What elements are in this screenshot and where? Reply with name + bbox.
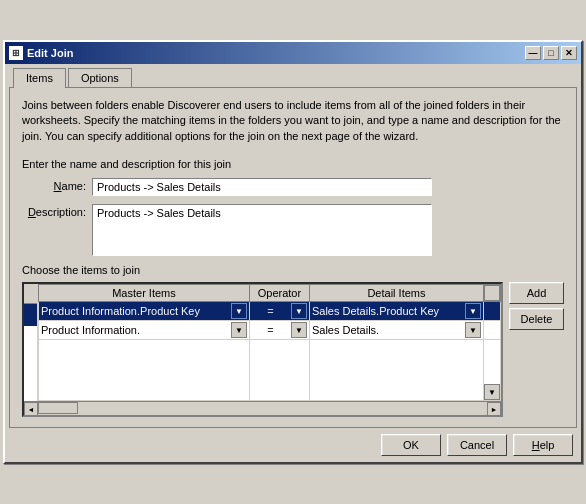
detail-dropdown-btn[interactable]: ▼	[465, 303, 481, 319]
detail-item-value: Sales Details.Product Key	[312, 305, 463, 317]
operator-cell: = ▼	[249, 302, 309, 321]
master-item-value-2: Product Information.	[41, 324, 229, 336]
maximize-button[interactable]: □	[543, 46, 559, 60]
cancel-button[interactable]: Cancel	[447, 434, 507, 456]
detail-item-cell-2: Sales Details. ▼	[309, 321, 483, 340]
tab-bar: Items Options	[5, 64, 581, 87]
help-button[interactable]: Help	[513, 434, 573, 456]
operator-value-2: =	[252, 324, 289, 336]
table-scrollbar-header	[484, 285, 501, 302]
window-icon: ⊞	[9, 46, 23, 60]
name-label: Name:	[22, 178, 92, 192]
master-item-value: Product Information.Product Key	[41, 305, 229, 317]
tab-items[interactable]: Items	[13, 68, 66, 88]
master-dropdown-btn[interactable]: ▼	[231, 303, 247, 319]
join-table-container: Master Items Operator Detail Items	[22, 282, 564, 417]
description-text: Joins between folders enable Discoverer …	[22, 98, 564, 144]
tab-options-label: Options	[81, 72, 119, 84]
window-title: Edit Join	[27, 47, 73, 59]
ok-button[interactable]: OK	[381, 434, 441, 456]
horizontal-scrollbar: ◄ ►	[24, 401, 501, 415]
col-operator: Operator	[249, 285, 309, 302]
join-table: Master Items Operator Detail Items	[38, 284, 501, 401]
description-row: Description: Products -> Sales Details	[22, 204, 564, 256]
description-input[interactable]: Products -> Sales Details	[92, 204, 432, 256]
detail-item-cell: Sales Details.Product Key ▼	[309, 302, 483, 321]
table-empty-row: ▼	[39, 340, 501, 401]
edit-join-window: ⊞ Edit Join — □ ✕ Items Options Joins be…	[3, 40, 583, 464]
master-item-cell: Product Information.Product Key ▼	[39, 302, 250, 321]
table-row: Product Information.Product Key ▼ = ▼	[39, 302, 501, 321]
table-row: Product Information. ▼ = ▼	[39, 321, 501, 340]
bottom-bar: OK Cancel Help	[5, 428, 581, 462]
name-row: Name:	[22, 178, 564, 196]
col-master-items: Master Items	[39, 285, 250, 302]
operator-dropdown-btn[interactable]: ▼	[291, 303, 307, 319]
name-input[interactable]	[92, 178, 432, 196]
detail-item-value-2: Sales Details.	[312, 324, 463, 336]
join-section-label: Choose the items to join	[22, 264, 564, 276]
content-area: Joins between folders enable Discoverer …	[9, 87, 577, 428]
title-bar: ⊞ Edit Join — □ ✕	[5, 42, 581, 64]
detail-dropdown-btn-2[interactable]: ▼	[465, 322, 481, 338]
scrollbar-thumb[interactable]	[38, 402, 78, 414]
operator-value: =	[252, 305, 289, 317]
tab-items-label: Items	[26, 72, 53, 84]
scroll-down-arrow[interactable]: ▼	[484, 384, 500, 400]
scroll-right-btn[interactable]: ►	[487, 402, 501, 416]
action-buttons: Add Delete	[509, 282, 564, 417]
delete-button[interactable]: Delete	[509, 308, 564, 330]
master-dropdown-btn-2[interactable]: ▼	[231, 322, 247, 338]
scroll-left-btn[interactable]: ◄	[24, 402, 38, 416]
operator-dropdown-btn-2[interactable]: ▼	[291, 322, 307, 338]
description-label: Description:	[22, 204, 92, 218]
operator-cell-2: = ▼	[249, 321, 309, 340]
add-button[interactable]: Add	[509, 282, 564, 304]
tab-options[interactable]: Options	[68, 68, 132, 87]
col-detail-items: Detail Items	[309, 285, 483, 302]
close-button[interactable]: ✕	[561, 46, 577, 60]
master-item-cell-2: Product Information. ▼	[39, 321, 250, 340]
minimize-button[interactable]: —	[525, 46, 541, 60]
form-section-label: Enter the name and description for this …	[22, 158, 564, 170]
